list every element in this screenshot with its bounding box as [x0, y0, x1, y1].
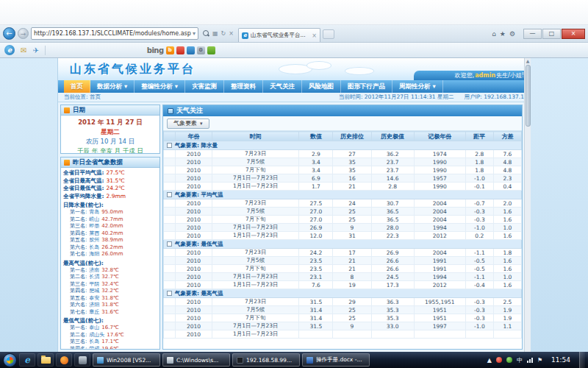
- favorites-star-icon[interactable]: ★: [500, 30, 506, 38]
- station-name-link[interactable]: 泰山: [89, 325, 99, 332]
- browser-back-button[interactable]: ←: [3, 27, 15, 40]
- table-row[interactable]: 20107月5候3.43523.719901.84.8: [164, 158, 522, 166]
- page-scrollbar[interactable]: ▲: [524, 58, 531, 352]
- minimize-button[interactable]: —: [523, 29, 542, 39]
- element-filter-button[interactable]: 气象要素 ▾: [167, 118, 209, 129]
- taskbar-terminal-icon[interactable]: [74, 353, 90, 367]
- checkbox-icon[interactable]: [167, 143, 172, 148]
- table-row[interactable]: 20107月1日—7月23日26.9928.01994-1.01.0: [164, 224, 522, 232]
- table-row[interactable]: 20107月23日31.52936.31955,1951-0.32.5: [164, 298, 522, 306]
- close-button[interactable]: ×: [562, 29, 585, 39]
- ime-language-indicator[interactable]: 中: [517, 356, 523, 364]
- address-dropdown-icon[interactable]: ▾: [193, 30, 196, 37]
- station-name-link[interactable]: 章丘: [89, 309, 99, 316]
- table-row[interactable]: 20107月23日2.92736.219742.87.6: [164, 150, 522, 158]
- toolbar-mail-icon[interactable]: [176, 46, 184, 54]
- nav-item-1[interactable]: 数据分析 ▾: [90, 80, 135, 93]
- toolbar-settings-icon[interactable]: ⚙: [197, 46, 205, 54]
- station-name-link[interactable]: 胶州: [89, 237, 99, 244]
- mail-icon[interactable]: ✉: [21, 46, 26, 54]
- toolbar-share-icon[interactable]: [207, 46, 215, 54]
- table-row[interactable]: 20107月1日—7月23日6.91614.61957-1.02.3: [164, 174, 522, 183]
- table-row[interactable]: 20101月1日—7月23日12.03122.320120.21.6: [164, 232, 522, 240]
- stop-icon[interactable]: ×: [229, 30, 234, 37]
- checkbox-icon[interactable]: [167, 291, 172, 296]
- table-row[interactable]: 20107月5候23.52126.61991-0.51.6: [164, 257, 522, 265]
- nav-item-2[interactable]: 整编性分析 ▾: [135, 80, 185, 93]
- refresh-icon[interactable]: ↻: [221, 30, 226, 37]
- taskbar-media-player-icon[interactable]: [56, 353, 72, 367]
- compatibility-view-icon[interactable]: ▦: [212, 30, 218, 37]
- taskbar-ie-icon[interactable]: e: [19, 353, 35, 367]
- bing-search-button[interactable]: b: [166, 46, 174, 54]
- table-row[interactable]: 20107月23日27.52430.72004-0.72.0: [164, 199, 522, 208]
- taskbar-window-button[interactable]: 操作手册.docx -...: [302, 353, 370, 367]
- table-row[interactable]: 20101月1日—7月23日: [164, 330, 522, 339]
- station-name-link[interactable]: 长岛: [89, 339, 99, 346]
- station-name-link[interactable]: 荣成: [89, 346, 99, 350]
- send-page-icon[interactable]: ✈: [32, 46, 38, 54]
- table-row[interactable]: 20107月23日24.21726.92004-1.11.8: [164, 249, 522, 257]
- station-name-link[interactable]: 长清: [89, 274, 99, 281]
- station-name-link[interactable]: 济阳: [89, 302, 99, 309]
- show-hidden-icons-button[interactable]: ▲: [487, 357, 492, 364]
- nav-item-8[interactable]: 周期性分析 ▾: [392, 80, 443, 93]
- taskbar-clock[interactable]: 11:54: [547, 356, 575, 364]
- table-row[interactable]: 20101月1日—7月23日7.61917.32012-0.41.6: [164, 281, 522, 289]
- taskbar-window-button[interactable]: 192.168.58.99...: [232, 353, 300, 367]
- home-icon[interactable]: ⌂: [492, 30, 496, 38]
- browser-forward-button[interactable]: →: [18, 28, 29, 39]
- table-row[interactable]: 20107月1日—7月23日31.5933.01997-1.01.1: [164, 322, 522, 330]
- nav-item-4[interactable]: 整理资料: [224, 80, 263, 93]
- ie-logo-icon[interactable]: e: [4, 45, 15, 55]
- station-name-link[interactable]: 青岛: [89, 209, 99, 216]
- browser-tab[interactable]: e 山东省气候业务平台... ×: [238, 28, 320, 42]
- station-name-link[interactable]: 成山头: [89, 332, 104, 339]
- search-icon[interactable]: [203, 30, 209, 37]
- nav-item-7[interactable]: 图形下行产品: [341, 80, 392, 93]
- start-button[interactable]: [3, 353, 17, 367]
- table-row[interactable]: 20107月下旬31.42535.31951-0.31.9: [164, 314, 522, 322]
- station-name-link[interactable]: 泰安: [89, 295, 99, 302]
- tray-app-icon[interactable]: [496, 357, 502, 363]
- table-section-row[interactable]: 气象要素: 最低气温: [164, 240, 522, 249]
- table-row[interactable]: 20107月1日—7月23日23.1824.51994-1.11.0: [164, 273, 522, 281]
- tools-gear-icon[interactable]: ⚙: [509, 30, 515, 38]
- table-section-row[interactable]: 气象要素: 最高气温: [164, 289, 522, 298]
- station-name-link[interactable]: 海阳: [89, 251, 99, 258]
- tray-app-icon[interactable]: [506, 357, 512, 363]
- bing-logo[interactable]: bing: [147, 46, 164, 54]
- table-row[interactable]: 20107月5候31.42535.31951-0.31.9: [164, 306, 522, 314]
- network-icon[interactable]: [527, 358, 533, 363]
- taskbar-window-button[interactable]: C:\Windows\s...: [162, 353, 230, 367]
- taskbar-explorer-icon[interactable]: [37, 353, 54, 367]
- action-center-flag-icon[interactable]: ⚑: [537, 357, 542, 364]
- station-name-link[interactable]: 济南: [89, 267, 99, 275]
- table-row[interactable]: 20107月下旬27.02536.52004-0.31.6: [164, 216, 522, 224]
- nav-item-3[interactable]: 灾害监测: [185, 80, 224, 93]
- tab-close-icon[interactable]: ×: [312, 32, 317, 39]
- table-section-row[interactable]: 气象要素: 降水量: [164, 141, 522, 150]
- table-row[interactable]: 20107月下旬3.43523.719901.84.8: [164, 166, 522, 174]
- checkbox-icon[interactable]: [167, 241, 172, 247]
- table-section-row[interactable]: 气象要素: 平均气温: [164, 191, 522, 199]
- toolbar-messenger-icon[interactable]: [187, 46, 195, 54]
- station-name-link[interactable]: 肥城: [89, 288, 99, 295]
- taskbar-window-button[interactable]: Win2008 [VS2...: [93, 353, 160, 367]
- new-tab-button[interactable]: [323, 29, 334, 39]
- station-name-link[interactable]: 崂山: [89, 216, 99, 224]
- nav-item-0[interactable]: 首页: [64, 80, 90, 93]
- station-name-link[interactable]: 即墨: [89, 223, 99, 230]
- checkbox-icon[interactable]: [167, 192, 172, 197]
- show-desktop-button[interactable]: [579, 352, 585, 368]
- scrollbar-thumb[interactable]: [526, 65, 531, 127]
- station-name-link[interactable]: 长岛: [89, 244, 99, 252]
- nav-item-5[interactable]: 天气关注: [263, 80, 302, 93]
- station-name-link[interactable]: 平阴: [89, 281, 99, 289]
- nav-item-6[interactable]: 风险地图: [302, 80, 341, 93]
- maximize-button[interactable]: □: [542, 29, 561, 39]
- table-row[interactable]: 20107月5候27.02536.52004-0.31.6: [164, 208, 522, 216]
- table-row[interactable]: 20101月1日—7月23日1.7212.81990-0.10.4: [164, 183, 522, 191]
- address-bar[interactable]: http://192.168.137.1/SLCCLIMATE/modules/…: [31, 27, 198, 40]
- table-row[interactable]: 20107月下旬23.52126.61991-0.51.6: [164, 265, 522, 273]
